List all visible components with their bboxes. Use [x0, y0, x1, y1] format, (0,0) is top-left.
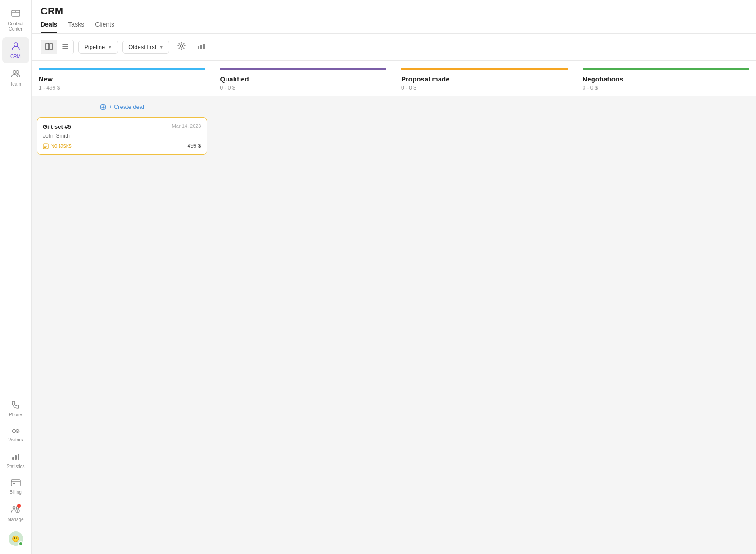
sidebar-item-visitors[interactable]: Visitors [2, 423, 29, 446]
col-subtitle-qualified: 0 - 0 $ [220, 85, 387, 91]
svg-point-8 [14, 431, 14, 432]
sidebar-item-phone[interactable]: Phone [2, 396, 29, 421]
settings-button[interactable] [174, 39, 189, 55]
col-title-negotiations: Negotiations [583, 75, 749, 83]
col-title-proposal-made: Proposal made [401, 75, 568, 83]
create-deal-button[interactable]: + Create deal [37, 100, 207, 114]
sidebar-item-label-manage: Manage [7, 517, 23, 522]
svg-point-9 [17, 431, 18, 432]
svg-rect-21 [50, 43, 52, 50]
tab-tasks[interactable]: Tasks [68, 21, 84, 33]
kanban-col-qualified: Qualified 0 - 0 $ [213, 61, 394, 554]
svg-point-4 [13, 71, 16, 74]
sidebar-item-contact-center[interactable]: Contact Center [2, 5, 29, 36]
col-title-qualified: Qualified [220, 75, 387, 83]
main-content: CRM Deals Tasks Clients [32, 0, 756, 554]
col-bar-negotiations [583, 68, 749, 70]
team-icon [11, 68, 21, 80]
col-subtitle-negotiations: 0 - 0 $ [583, 85, 749, 91]
page-title: CRM [41, 5, 747, 17]
deal-contact: John Smith [43, 133, 201, 139]
svg-rect-14 [13, 483, 15, 484]
statistics-icon [11, 452, 20, 462]
svg-point-19 [17, 511, 18, 512]
col-title-new: New [39, 75, 205, 83]
col-header-proposal-made: Proposal made 0 - 0 $ [394, 61, 575, 96]
col-bar-new [39, 68, 205, 70]
topbar: CRM Deals Tasks Clients [32, 0, 756, 34]
svg-point-3 [14, 43, 18, 46]
pipeline-select[interactable]: Pipeline ▼ [78, 41, 118, 54]
sidebar-item-label-crm: CRM [10, 54, 21, 59]
manage-icon [11, 504, 21, 515]
kanban-col-new: New 1 - 499 $ + Create deal Gift set #5 … [32, 61, 213, 554]
svg-point-1 [14, 11, 14, 12]
svg-point-15 [13, 507, 15, 509]
sort-select[interactable]: Oldest first ▼ [122, 41, 169, 54]
sidebar-item-team[interactable]: Team [2, 65, 29, 90]
deal-amount: 499 $ [187, 143, 201, 149]
sidebar: Contact Center CRM Team [0, 0, 32, 554]
col-body-negotiations [575, 96, 756, 554]
sidebar-item-label-team: Team [10, 81, 21, 87]
sidebar-item-label-phone: Phone [9, 412, 22, 418]
col-header-new: New 1 - 499 $ [32, 61, 213, 96]
svg-rect-13 [11, 480, 20, 486]
svg-rect-26 [198, 46, 199, 49]
svg-point-2 [15, 11, 16, 12]
kanban-col-negotiations: Negotiations 0 - 0 $ [575, 61, 756, 554]
col-header-qualified: Qualified 0 - 0 $ [213, 61, 394, 96]
svg-rect-20 [46, 43, 49, 50]
crm-icon [11, 41, 21, 52]
sort-label: Oldest first [128, 44, 156, 50]
svg-rect-10 [12, 457, 14, 460]
svg-rect-11 [15, 455, 17, 460]
sidebar-item-manage[interactable]: Manage [2, 500, 29, 526]
svg-rect-28 [203, 44, 205, 49]
col-bar-proposal-made [401, 68, 568, 70]
deal-date: Mar 14, 2023 [172, 123, 201, 129]
visitors-icon [11, 427, 21, 436]
view-kanban-button[interactable] [41, 40, 57, 54]
deal-task: No tasks! [43, 143, 73, 149]
chart-button[interactable] [194, 39, 209, 55]
svg-rect-27 [200, 45, 202, 49]
col-body-qualified [213, 96, 394, 554]
svg-point-5 [16, 71, 19, 74]
sidebar-item-crm[interactable]: CRM [2, 37, 29, 63]
sort-chevron-icon: ▼ [159, 45, 163, 50]
kanban-col-proposal-made: Proposal made 0 - 0 $ [394, 61, 575, 554]
svg-rect-12 [18, 454, 19, 460]
avatar-online-dot [18, 541, 23, 546]
create-deal-label: + Create deal [109, 104, 144, 110]
tab-deals[interactable]: Deals [41, 21, 57, 33]
deal-card[interactable]: Gift set #5 Mar 14, 2023 John Smith No t… [37, 117, 207, 155]
col-subtitle-new: 1 - 499 $ [39, 85, 205, 91]
contact-center-icon [11, 8, 21, 19]
kanban-board: New 1 - 499 $ + Create deal Gift set #5 … [32, 61, 756, 554]
view-toggle [41, 40, 74, 54]
pipeline-chevron-icon: ▼ [108, 45, 112, 50]
billing-icon [11, 478, 21, 488]
deal-name: Gift set #5 [43, 123, 71, 130]
sidebar-item-label-statistics: Statistics [6, 464, 24, 469]
view-list-button[interactable] [57, 40, 73, 54]
col-body-proposal-made [394, 96, 575, 554]
phone-icon [11, 400, 20, 410]
sidebar-item-label-visitors: Visitors [8, 437, 23, 443]
sidebar-item-label-billing: Billing [9, 490, 22, 495]
toolbar: Pipeline ▼ Oldest first ▼ [32, 34, 756, 61]
sidebar-item-label-contact-center: Contact Center [5, 21, 27, 32]
col-subtitle-proposal-made: 0 - 0 $ [401, 85, 568, 91]
col-header-negotiations: Negotiations 0 - 0 $ [575, 61, 756, 96]
pipeline-label: Pipeline [84, 44, 105, 50]
sidebar-item-billing[interactable]: Billing [2, 475, 29, 499]
tabs: Deals Tasks Clients [41, 21, 747, 33]
col-bar-qualified [220, 68, 387, 70]
sidebar-item-avatar[interactable]: 🙂 [2, 528, 29, 549]
sidebar-item-statistics[interactable]: Statistics [2, 448, 29, 473]
col-body-new: + Create deal Gift set #5 Mar 14, 2023 J… [32, 96, 213, 554]
svg-point-25 [180, 45, 183, 47]
tab-clients[interactable]: Clients [95, 21, 114, 33]
